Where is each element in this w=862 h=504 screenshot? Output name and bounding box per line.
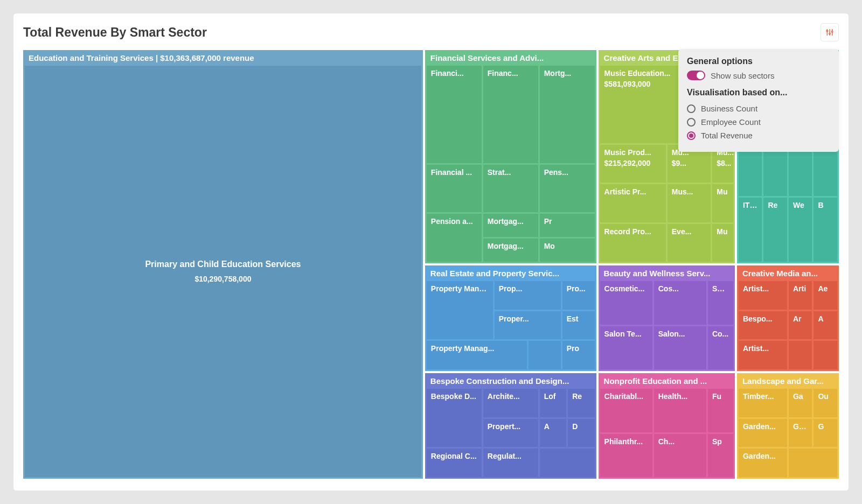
cell[interactable]: A xyxy=(540,419,566,447)
cell[interactable]: Archite... xyxy=(483,389,538,417)
cell[interactable]: Garden... xyxy=(739,449,787,477)
cell[interactable]: Mu xyxy=(712,224,733,262)
cell[interactable]: Music Prod... $215,292,000 xyxy=(600,145,666,183)
cell[interactable]: Mo xyxy=(540,239,595,262)
cell[interactable]: Property Manag... xyxy=(427,281,493,339)
cell[interactable]: D xyxy=(568,419,594,447)
cell[interactable]: Sal... xyxy=(708,281,733,325)
cell[interactable]: Mortgag... xyxy=(483,214,538,237)
cell[interactable]: Pension a... xyxy=(427,214,482,262)
cell[interactable]: Financ... xyxy=(483,66,538,163)
cell-value: $9... xyxy=(672,159,706,167)
radio-icon xyxy=(687,131,696,140)
cell[interactable]: Eve... xyxy=(668,224,711,262)
cell[interactable]: Ou xyxy=(814,389,837,417)
cell[interactable]: A xyxy=(814,311,837,340)
cell[interactable]: Mu xyxy=(712,184,733,222)
cell[interactable]: Pens... xyxy=(540,165,595,213)
radio-business-count[interactable]: Business Count xyxy=(687,102,830,115)
sector-creative-media[interactable]: Creative Media an... Artist... Arti Ae B… xyxy=(737,265,839,371)
sector-construction[interactable]: Bespoke Construction and Design... Bespo… xyxy=(425,373,596,479)
cell[interactable] xyxy=(789,449,837,477)
cell[interactable]: Pro xyxy=(562,341,595,369)
cell[interactable] xyxy=(814,341,837,369)
radio-employee-count[interactable]: Employee Count xyxy=(687,115,830,129)
sector-header: Creative Media an... xyxy=(737,265,839,281)
cell[interactable]: Financi... xyxy=(427,66,482,163)
chart-card: Total Revenue By Smart Sector General op… xyxy=(13,13,849,491)
cell[interactable]: Mortgag... xyxy=(483,239,538,262)
cell[interactable]: Strat... xyxy=(483,165,538,213)
cell[interactable]: Arti xyxy=(789,281,812,310)
sector-education[interactable]: Education and Training Services | $10,36… xyxy=(23,50,423,479)
sector-nonprofit[interactable]: Nonprofit Education and ... Charitabl...… xyxy=(599,373,735,479)
cell[interactable]: Artist... xyxy=(739,281,787,310)
cell[interactable]: Co... xyxy=(708,326,733,370)
cell[interactable]: Regional C... xyxy=(427,449,482,477)
cell[interactable]: Financial ... xyxy=(427,165,482,213)
sector-real-estate[interactable]: Real Estate and Property Servic... Prope… xyxy=(425,265,596,371)
cell[interactable]: Cosmetic... xyxy=(600,281,652,325)
cell[interactable]: Est xyxy=(562,311,595,340)
cell[interactable]: Bespoke D... xyxy=(427,389,482,447)
cell[interactable]: Proper... xyxy=(495,311,561,340)
cell-label: Primary and Child Education Services xyxy=(145,260,301,269)
cell[interactable]: Ar xyxy=(789,311,812,340)
cell[interactable]: Prop... xyxy=(495,281,561,310)
cell[interactable]: Ae xyxy=(814,281,837,310)
sliders-icon xyxy=(825,28,834,37)
cell[interactable]: Philanthr... xyxy=(600,434,652,478)
cell[interactable]: Re xyxy=(568,389,594,417)
cell[interactable]: Property Manag... xyxy=(427,341,527,369)
cell[interactable]: Salon... xyxy=(654,326,706,370)
cell[interactable]: Artistic Pr... xyxy=(600,184,666,222)
cell[interactable] xyxy=(529,341,561,369)
cell[interactable]: Garden... xyxy=(739,419,787,447)
cell[interactable]: Music Education... $581,093,000 xyxy=(600,66,689,143)
sector-financial[interactable]: Financial Services and Advi... Financi..… xyxy=(425,50,596,263)
cell[interactable]: Cos... xyxy=(654,281,706,325)
sector-landscape[interactable]: Landscape and Gar... Timber... Ga Ou Gar… xyxy=(737,373,839,479)
svg-point-3 xyxy=(829,33,831,34)
settings-button[interactable] xyxy=(821,23,839,41)
radio-label: Business Count xyxy=(701,104,757,113)
radio-total-revenue[interactable]: Total Revenue xyxy=(687,129,830,142)
cell[interactable]: Regulat... xyxy=(483,449,538,477)
svg-point-1 xyxy=(826,30,828,32)
cell[interactable]: Salon Te... xyxy=(600,326,652,370)
sector-header: Education and Training Services | $10,36… xyxy=(23,50,423,66)
cell[interactable]: Lof xyxy=(540,389,566,417)
cell[interactable]: Timber... xyxy=(739,389,787,417)
cell[interactable]: Propert... xyxy=(483,419,538,447)
cell[interactable]: We xyxy=(789,198,812,262)
cell[interactable]: B xyxy=(814,198,837,262)
cell[interactable]: Charitabl... xyxy=(600,389,652,432)
cell[interactable]: Ga... xyxy=(789,419,812,447)
cell[interactable]: Ch... xyxy=(654,434,706,478)
cell[interactable] xyxy=(540,449,595,477)
cell[interactable]: G xyxy=(814,419,837,447)
cell[interactable]: Mus... xyxy=(668,184,711,222)
cell[interactable]: Health... xyxy=(654,389,706,432)
cell-group: Mortgag... Mortgag... xyxy=(483,214,538,262)
toggle-label: Show sub sectors xyxy=(711,71,774,80)
cell[interactable]: Bespo... xyxy=(739,311,787,340)
cell-label: Music Prod... xyxy=(604,148,662,157)
sector-beauty[interactable]: Beauty and Wellness Serv... Cosmetic... … xyxy=(599,265,735,371)
radio-label: Employee Count xyxy=(701,117,761,127)
toggle-show-sub-sectors[interactable]: Show sub sectors xyxy=(687,71,830,80)
cell[interactable]: Primary and Child Education Services $10… xyxy=(25,66,421,477)
cell[interactable]: Artist... xyxy=(739,341,787,369)
cell[interactable]: Sp xyxy=(708,434,733,478)
cell[interactable]: Mortg... xyxy=(540,66,595,163)
cell[interactable]: Pr xyxy=(540,214,595,237)
cell[interactable] xyxy=(789,341,812,369)
cell[interactable]: IT Con... xyxy=(739,198,762,262)
cell-value: $8... xyxy=(717,159,729,167)
cell[interactable]: Ga xyxy=(789,389,812,417)
cell[interactable]: Pro... xyxy=(562,281,595,310)
cell[interactable]: Record Pro... xyxy=(600,224,666,262)
cell[interactable]: Re xyxy=(763,198,787,262)
cell[interactable]: Fu xyxy=(708,389,733,432)
toggle-switch[interactable] xyxy=(687,71,705,80)
